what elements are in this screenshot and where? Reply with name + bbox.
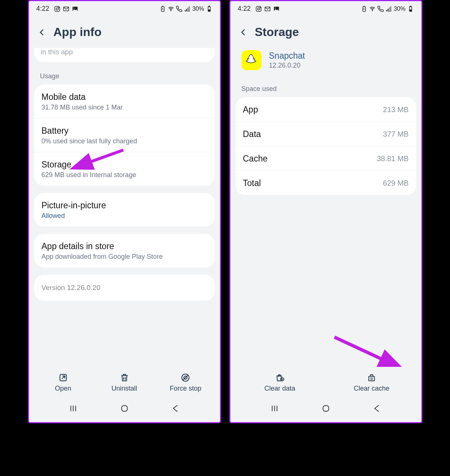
row-value: 377 MB (383, 130, 409, 138)
svg-rect-41 (369, 376, 374, 381)
svg-point-31 (372, 10, 373, 11)
svg-rect-8 (185, 10, 186, 12)
row-sub: 629 MB used in Internal storage (42, 171, 207, 179)
svg-rect-34 (389, 8, 390, 12)
svg-rect-33 (388, 9, 388, 12)
svg-point-7 (171, 10, 172, 11)
row-mobile-data[interactable]: Mobile data 31.78 MB used since 1 Mar (34, 85, 215, 118)
svg-point-26 (260, 7, 260, 8)
uninstall-button[interactable]: Uninstall (94, 373, 155, 392)
status-bar: 4:22 30% (230, 1, 421, 15)
row-label: Data (243, 129, 261, 139)
row-value: 38.81 MB (377, 154, 409, 163)
instagram-icon (255, 6, 262, 12)
open-button[interactable]: Open (33, 373, 94, 392)
app-name: Snapchat (269, 51, 305, 61)
row-label: Total (243, 178, 261, 188)
call-icon (176, 6, 182, 12)
bottom-actions: Clear data Clear cache (230, 367, 421, 396)
svg-rect-45 (323, 405, 328, 411)
cutoff-card: in this app (34, 48, 215, 62)
battery-icon (206, 6, 213, 12)
navbar (29, 396, 220, 422)
usage-card: Mobile data 31.78 MB used since 1 Mar Ba… (34, 85, 215, 186)
row-pip[interactable]: Picture-in-picture Allowed (34, 193, 215, 226)
svg-rect-14 (208, 10, 210, 11)
row-value: 213 MB (383, 105, 409, 114)
svg-point-5 (73, 7, 74, 8)
header: App info (29, 15, 220, 48)
row-title: Mobile data (42, 92, 207, 102)
row-sub: 31.78 MB used since 1 Mar (42, 104, 207, 111)
row-total: Total 629 MB (236, 171, 416, 195)
section-label-usage: Usage (34, 69, 215, 85)
row-battery[interactable]: Battery 0% used since last fully charged (34, 118, 215, 152)
nav-home[interactable] (321, 404, 331, 415)
battery-saver-icon (159, 6, 166, 12)
svg-rect-35 (391, 7, 391, 12)
wifi-icon (168, 6, 174, 12)
version-card: Version 12.26.0.20 (34, 275, 215, 301)
nav-back[interactable] (372, 404, 382, 415)
battery-percent: 30% (394, 6, 405, 12)
row-value: 629 MB (383, 179, 409, 188)
clear-data-button[interactable]: Clear data (234, 373, 326, 392)
row-store[interactable]: App details in store App downloaded from… (34, 234, 215, 267)
gmail-icon (264, 6, 271, 12)
nav-back[interactable] (171, 404, 181, 415)
svg-line-39 (334, 337, 386, 361)
header: Storage (230, 15, 421, 48)
action-label: Clear data (264, 385, 295, 392)
instagram-icon (54, 6, 61, 12)
svg-rect-38 (409, 10, 411, 11)
row-sub: Allowed (42, 212, 207, 220)
signal-icon (385, 6, 392, 12)
svg-point-29 (275, 7, 275, 8)
page-title: App info (54, 25, 102, 39)
signal-icon (184, 6, 191, 12)
wifi-icon (369, 6, 376, 12)
page-title: Storage (255, 25, 299, 39)
call-icon (377, 6, 384, 12)
svg-point-1 (56, 8, 58, 10)
svg-rect-37 (410, 6, 411, 7)
row-sub: App downloaded from Google Play Store (42, 253, 207, 261)
action-label: Open (55, 385, 71, 392)
svg-rect-32 (386, 10, 387, 12)
nav-recents[interactable] (270, 404, 279, 415)
battery-icon (407, 6, 414, 12)
battery-percent: 30% (192, 6, 204, 12)
nav-recents[interactable] (68, 404, 78, 415)
row-cache: Cache 38.81 MB (236, 146, 416, 171)
back-button[interactable] (239, 27, 248, 37)
row-title: App details in store (42, 241, 207, 251)
right-screenshot: 4:22 30% Storage Snapchat 12.26.0.20 (229, 0, 423, 423)
status-time: 4:22 (238, 5, 251, 13)
clear-cache-button[interactable]: Clear cache (326, 373, 418, 392)
store-card: App details in store App downloaded from… (34, 234, 215, 267)
image-icon (72, 6, 78, 12)
row-label: App (243, 105, 258, 115)
app-version: 12.26.0.20 (269, 62, 305, 69)
arrow-annotation (331, 333, 394, 367)
back-button[interactable] (37, 27, 47, 37)
row-data: Data 377 MB (236, 122, 416, 146)
navbar (230, 396, 421, 422)
left-screenshot: 4:22 30% App info in this app Usage Mobi… (28, 0, 221, 423)
status-bar: 4:22 30% (29, 1, 220, 15)
row-label: Cache (243, 154, 268, 164)
row-app: App 213 MB (236, 97, 416, 122)
section-label-space: Space used (236, 81, 416, 97)
battery-saver-icon (361, 6, 368, 12)
nav-home[interactable] (120, 404, 129, 415)
svg-rect-9 (186, 9, 187, 12)
action-label: Clear cache (354, 385, 389, 392)
svg-rect-13 (208, 6, 210, 7)
pip-card: Picture-in-picture Allowed (34, 193, 215, 226)
image-icon (273, 6, 280, 12)
status-time: 4:22 (36, 5, 49, 13)
force-stop-button[interactable]: Force stop (155, 373, 216, 392)
row-storage[interactable]: Storage 629 MB used in Internal storage (34, 152, 215, 186)
app-header: Snapchat 12.26.0.20 (236, 48, 416, 81)
row-sub: 0% used since last fully charged (42, 137, 207, 145)
